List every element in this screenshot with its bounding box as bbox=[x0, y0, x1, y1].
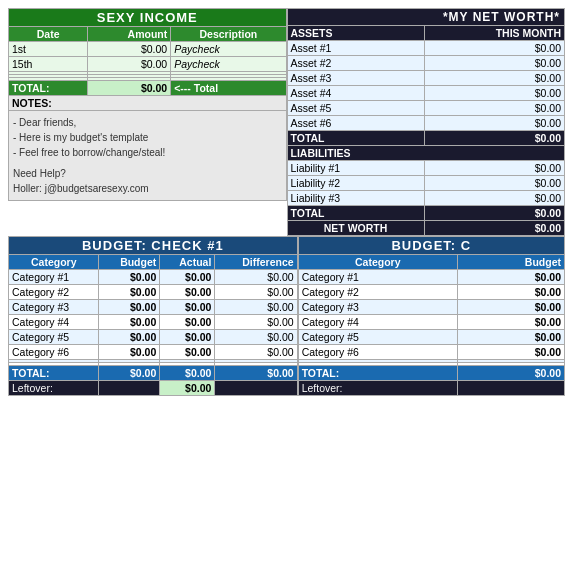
notes-content-row: - Dear friends, - Here is my budget's te… bbox=[9, 111, 287, 201]
liability-value-2[interactable]: $0.00 bbox=[424, 191, 564, 206]
b1-actual-2[interactable]: $0.00 bbox=[160, 300, 215, 315]
b2-total-budget: $0.00 bbox=[457, 366, 564, 381]
b1-row-3: Category #4 $0.00 $0.00 $0.00 bbox=[9, 315, 298, 330]
b2-budget-4[interactable]: $0.00 bbox=[457, 330, 564, 345]
b2-cat-2[interactable]: Category #3 bbox=[298, 300, 457, 315]
b2-cat-4[interactable]: Category #5 bbox=[298, 330, 457, 345]
income-total-suffix: <--- Total bbox=[171, 81, 286, 96]
b2-cat-5[interactable]: Category #6 bbox=[298, 345, 457, 360]
b1-row-0: Category #1 $0.00 $0.00 $0.00 bbox=[9, 270, 298, 285]
top-section: SEXY INCOME Date Amount Description 1st … bbox=[8, 8, 565, 236]
networth-table: *MY NET WORTH* ASSETS THIS MONTH Asset #… bbox=[287, 8, 566, 236]
b1-actual-3[interactable]: $0.00 bbox=[160, 315, 215, 330]
asset-name-5[interactable]: Asset #6 bbox=[287, 116, 424, 131]
asset-value-3[interactable]: $0.00 bbox=[424, 86, 564, 101]
b1-total-budget: $0.00 bbox=[99, 366, 160, 381]
desc-0[interactable]: Paycheck bbox=[171, 42, 286, 57]
liability-value-1[interactable]: $0.00 bbox=[424, 176, 564, 191]
b1-budget-0[interactable]: $0.00 bbox=[99, 270, 160, 285]
b2-cat-1[interactable]: Category #2 bbox=[298, 285, 457, 300]
b1-budget-4[interactable]: $0.00 bbox=[99, 330, 160, 345]
b2-budget-2[interactable]: $0.00 bbox=[457, 300, 564, 315]
b1-budget-hdr: Budget bbox=[99, 255, 160, 270]
b1-budget-5[interactable]: $0.00 bbox=[99, 345, 160, 360]
b1-cat-2[interactable]: Category #3 bbox=[9, 300, 99, 315]
b1-cat-0[interactable]: Category #1 bbox=[9, 270, 99, 285]
asset-row-1: Asset #2 $0.00 bbox=[287, 56, 565, 71]
b1-diff-hdr: Difference bbox=[215, 255, 297, 270]
asset-name-3[interactable]: Asset #4 bbox=[287, 86, 424, 101]
liability-name-1[interactable]: Liability #2 bbox=[287, 176, 424, 191]
income-row-1: 15th $0.00 Paycheck bbox=[9, 57, 287, 72]
b1-total-diff: $0.00 bbox=[215, 366, 297, 381]
b1-cat-5[interactable]: Category #6 bbox=[9, 345, 99, 360]
liability-name-0[interactable]: Liability #1 bbox=[287, 161, 424, 176]
date-1[interactable]: 15th bbox=[9, 57, 88, 72]
b1-leftover-empty2 bbox=[215, 381, 297, 396]
assets-col-hdr: ASSETS bbox=[287, 26, 424, 41]
b1-leftover-row: Leftover: $0.00 bbox=[9, 381, 298, 396]
networth-title: *MY NET WORTH* bbox=[287, 9, 565, 26]
asset-value-2[interactable]: $0.00 bbox=[424, 71, 564, 86]
b1-diff-4[interactable]: $0.00 bbox=[215, 330, 297, 345]
b1-actual-5[interactable]: $0.00 bbox=[160, 345, 215, 360]
asset-value-0[interactable]: $0.00 bbox=[424, 41, 564, 56]
b1-actual-0[interactable]: $0.00 bbox=[160, 270, 215, 285]
b1-actual-1[interactable]: $0.00 bbox=[160, 285, 215, 300]
b1-cat-3[interactable]: Category #4 bbox=[9, 315, 99, 330]
b2-leftover-empty bbox=[457, 381, 564, 396]
date-0[interactable]: 1st bbox=[9, 42, 88, 57]
b1-cat-4[interactable]: Category #5 bbox=[9, 330, 99, 345]
asset-row-0: Asset #1 $0.00 bbox=[287, 41, 565, 56]
b1-diff-2[interactable]: $0.00 bbox=[215, 300, 297, 315]
b1-budget-1[interactable]: $0.00 bbox=[99, 285, 160, 300]
asset-row-3: Asset #4 $0.00 bbox=[287, 86, 565, 101]
asset-name-4[interactable]: Asset #5 bbox=[287, 101, 424, 116]
desc-col-hdr: Description bbox=[171, 27, 286, 42]
b1-budget-3[interactable]: $0.00 bbox=[99, 315, 160, 330]
b1-actual-4[interactable]: $0.00 bbox=[160, 330, 215, 345]
b2-cat-3[interactable]: Category #4 bbox=[298, 315, 457, 330]
b2-row-0: Category #1 $0.00 bbox=[298, 270, 564, 285]
income-total-value: $0.00 bbox=[88, 81, 171, 96]
income-row-0: 1st $0.00 Paycheck bbox=[9, 42, 287, 57]
b2-budget-1[interactable]: $0.00 bbox=[457, 285, 564, 300]
b2-cat-0[interactable]: Category #1 bbox=[298, 270, 457, 285]
b1-leftover-value: $0.00 bbox=[160, 381, 215, 396]
b2-budget-3[interactable]: $0.00 bbox=[457, 315, 564, 330]
budget2-panel: BUDGET: C Category Budget Category #1 $0… bbox=[298, 236, 565, 396]
asset-name-1[interactable]: Asset #2 bbox=[287, 56, 424, 71]
liability-name-2[interactable]: Liability #3 bbox=[287, 191, 424, 206]
desc-1[interactable]: Paycheck bbox=[171, 57, 286, 72]
b1-cat-1[interactable]: Category #2 bbox=[9, 285, 99, 300]
b1-diff-3[interactable]: $0.00 bbox=[215, 315, 297, 330]
assets-total-value: $0.00 bbox=[424, 131, 564, 146]
b1-row-4: Category #5 $0.00 $0.00 $0.00 bbox=[9, 330, 298, 345]
asset-value-4[interactable]: $0.00 bbox=[424, 101, 564, 116]
asset-name-2[interactable]: Asset #3 bbox=[287, 71, 424, 86]
amount-0[interactable]: $0.00 bbox=[88, 42, 171, 57]
income-total-label: TOTAL: bbox=[9, 81, 88, 96]
b1-budget-2[interactable]: $0.00 bbox=[99, 300, 160, 315]
amount-1[interactable]: $0.00 bbox=[88, 57, 171, 72]
b1-diff-0[interactable]: $0.00 bbox=[215, 270, 297, 285]
budget1-table: BUDGET: CHECK #1 Category Budget Actual … bbox=[8, 236, 298, 396]
budget2-table: BUDGET: C Category Budget Category #1 $0… bbox=[298, 236, 565, 396]
b2-row-2: Category #3 $0.00 bbox=[298, 300, 564, 315]
b1-diff-1[interactable]: $0.00 bbox=[215, 285, 297, 300]
b2-budget-0[interactable]: $0.00 bbox=[457, 270, 564, 285]
b1-diff-5[interactable]: $0.00 bbox=[215, 345, 297, 360]
this-month-col-hdr: THIS MONTH bbox=[424, 26, 564, 41]
asset-value-1[interactable]: $0.00 bbox=[424, 56, 564, 71]
asset-row-5: Asset #6 $0.00 bbox=[287, 116, 565, 131]
asset-value-5[interactable]: $0.00 bbox=[424, 116, 564, 131]
b2-total-row: TOTAL: $0.00 bbox=[298, 366, 564, 381]
liability-row-2: Liability #3 $0.00 bbox=[287, 191, 565, 206]
b1-actual-hdr: Actual bbox=[160, 255, 215, 270]
asset-name-0[interactable]: Asset #1 bbox=[287, 41, 424, 56]
b2-budget-5[interactable]: $0.00 bbox=[457, 345, 564, 360]
net-worth-label: NET WORTH bbox=[287, 221, 424, 236]
b2-row-3: Category #4 $0.00 bbox=[298, 315, 564, 330]
budget2-title: BUDGET: C bbox=[298, 237, 564, 255]
liability-value-0[interactable]: $0.00 bbox=[424, 161, 564, 176]
